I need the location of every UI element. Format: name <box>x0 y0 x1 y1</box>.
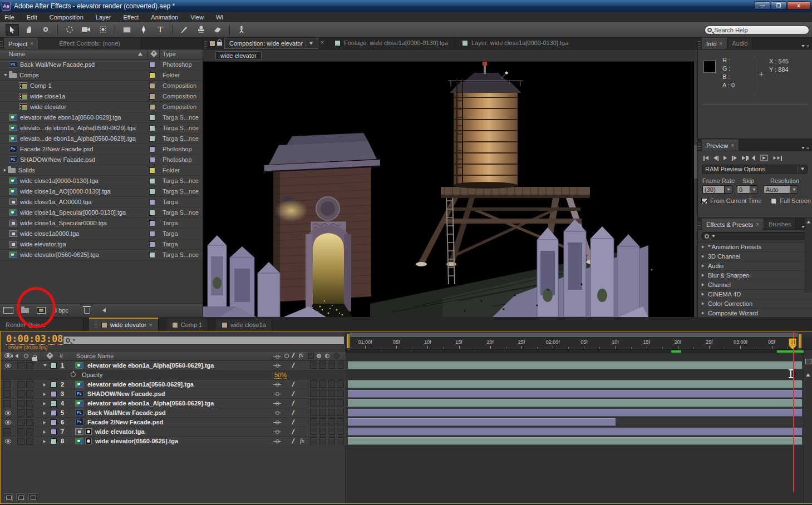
from-current-time-checkbox[interactable] <box>701 198 707 204</box>
tab-wide-close1a[interactable]: wide close1a <box>216 319 272 331</box>
label-color-chip[interactable] <box>149 167 155 174</box>
interpret-footage-icon[interactable] <box>3 307 13 314</box>
resolution-field[interactable]: Auto <box>764 185 790 194</box>
time-ruler[interactable]: 01:00f05f10f15f20f25f02:00f05f10f15f20f2… <box>346 338 812 350</box>
transfer-controls-pane-icon[interactable] <box>16 493 25 501</box>
label-color-chip[interactable] <box>149 252 155 258</box>
menu-item-edit[interactable]: Edit <box>27 14 37 21</box>
last-frame-button[interactable] <box>742 156 747 161</box>
layer-row[interactable]: 1elevator wide ebon1a_Alpha[0560-0629].t… <box>1 361 346 370</box>
effects-category[interactable]: Channel <box>698 280 812 290</box>
quality-switch[interactable]: / <box>291 380 295 388</box>
audio-toggle[interactable] <box>17 438 24 445</box>
twirl-icon[interactable] <box>43 412 46 415</box>
layer-row[interactable]: 8wide elevator[0560-0625].tga/fx <box>1 437 346 446</box>
frame-rate-field[interactable]: (30) <box>702 185 725 194</box>
label-color-chip[interactable] <box>149 199 155 205</box>
audio-toggle[interactable] <box>17 419 24 426</box>
audio-toggle[interactable] <box>17 400 24 407</box>
switch-box[interactable] <box>337 362 344 369</box>
layer-row[interactable]: 5Back Wall/New Facade.psd/ <box>1 408 346 418</box>
project-row[interactable]: elevato...de ebon1a_Alpha[0560-0629].tga… <box>0 133 203 144</box>
layer-row[interactable]: 2elevator wide ebon1a[0560-0629].tga/ <box>1 380 346 389</box>
layer-color-chip[interactable] <box>51 410 57 416</box>
hand-tool-icon[interactable] <box>22 24 36 36</box>
resolution-dropdown-icon[interactable] <box>790 185 798 194</box>
label-color-chip[interactable] <box>149 178 155 184</box>
skip-dropdown-icon[interactable] <box>750 185 758 194</box>
project-row[interactable]: SolidsFolder <box>0 165 203 176</box>
project-row[interactable]: wide close1a[0000-0130].tgaTarga S...nce <box>0 176 203 186</box>
fx-badge[interactable]: fx <box>300 437 304 444</box>
switch-box[interactable] <box>337 409 344 416</box>
project-column-headers[interactable]: Name Type <box>0 49 203 60</box>
twirl-icon[interactable] <box>43 430 46 434</box>
label-color-chip[interactable] <box>149 146 155 152</box>
switch-box[interactable] <box>310 437 317 444</box>
quality-switch[interactable]: / <box>291 428 295 435</box>
switch-box[interactable] <box>328 418 335 425</box>
eye-toggle[interactable] <box>3 428 11 435</box>
effects-category[interactable]: * Animation Presets <box>698 242 812 252</box>
panel-grip[interactable] <box>698 222 701 230</box>
tab-info[interactable]: Info× <box>702 38 727 49</box>
solo-toggle[interactable] <box>26 419 33 426</box>
opacity-value[interactable]: 50% <box>274 372 287 379</box>
switch-box[interactable] <box>328 390 335 397</box>
opacity-property-row[interactable]: Opacity50% <box>1 370 346 380</box>
project-row[interactable]: wide elevator[0560-0625].tgaTarga S...nc… <box>0 250 203 260</box>
layer-duration-bar[interactable] <box>348 418 616 426</box>
label-color-chip[interactable] <box>149 220 155 226</box>
layer-color-chip[interactable] <box>51 438 57 444</box>
tab-project[interactable]: Project × <box>4 38 38 49</box>
eye-toggle[interactable] <box>3 381 11 388</box>
audio-toggle[interactable] <box>17 381 24 388</box>
minimize-button[interactable]: — <box>755 1 770 9</box>
comp-marker-bin-icon[interactable] <box>805 359 811 364</box>
project-row[interactable]: wide close1aComposition <box>0 91 203 102</box>
puppet-tool-icon[interactable] <box>235 24 248 36</box>
switch-box[interactable] <box>310 399 317 407</box>
project-row[interactable]: wide close1a_AO0000.tgaTarga <box>0 197 203 207</box>
audio-toggle[interactable] <box>17 428 24 435</box>
tab-layer-viewer[interactable]: Layer: wide close1a[0000-0130].tga <box>471 39 568 46</box>
switch-box[interactable] <box>310 409 317 416</box>
effects-scrollbar[interactable] <box>805 218 812 293</box>
twirl-icon[interactable] <box>702 264 704 268</box>
switch-box[interactable] <box>310 418 317 425</box>
tab-composition-viewer[interactable]: Composition: wide elevator <box>224 38 318 49</box>
sort-ascending-icon[interactable] <box>138 52 142 56</box>
panel-grip[interactable] <box>698 41 701 49</box>
previous-frame-button[interactable] <box>713 156 719 161</box>
solo-toggle[interactable] <box>26 390 33 398</box>
layer-color-chip[interactable] <box>51 363 57 369</box>
menu-item-animation[interactable]: Animation <box>151 14 178 21</box>
panel-grip[interactable] <box>698 143 701 151</box>
effects-category[interactable]: CINEMA 4D <box>698 290 812 299</box>
zoom-tool-icon[interactable] <box>39 24 52 36</box>
twirl-icon[interactable] <box>43 383 46 387</box>
twirl-icon[interactable] <box>4 74 7 76</box>
layer-name[interactable]: wide elevator.tga <box>95 428 145 435</box>
eye-toggle[interactable] <box>3 390 11 398</box>
delete-icon[interactable] <box>84 308 90 314</box>
twirl-icon[interactable] <box>702 302 704 305</box>
first-frame-button[interactable] <box>703 156 708 161</box>
layer-name[interactable]: SHADOW/New Facade.psd <box>87 390 165 397</box>
layer-row[interactable]: 3SHADOW/New Facade.psd/ <box>1 389 346 399</box>
breadcrumb[interactable]: wide elevator <box>215 51 262 60</box>
type-tool-icon[interactable]: T <box>154 24 167 36</box>
solo-toggle[interactable] <box>26 438 33 445</box>
switch-box[interactable] <box>337 390 344 397</box>
full-screen-checkbox[interactable] <box>771 198 777 204</box>
pickwhip-icon[interactable] <box>273 401 281 406</box>
shuttle-button[interactable] <box>773 156 782 161</box>
frame-rate-dropdown-icon[interactable] <box>725 185 732 194</box>
layer-duration-bar[interactable] <box>348 399 802 407</box>
eye-icon[interactable] <box>5 420 12 424</box>
label-color-chip[interactable] <box>149 125 155 131</box>
switch-box[interactable] <box>328 409 335 416</box>
project-row[interactable]: Comp 1Composition <box>0 81 203 91</box>
scroll-up-icon[interactable] <box>806 373 810 377</box>
eye-icon[interactable] <box>5 410 12 415</box>
